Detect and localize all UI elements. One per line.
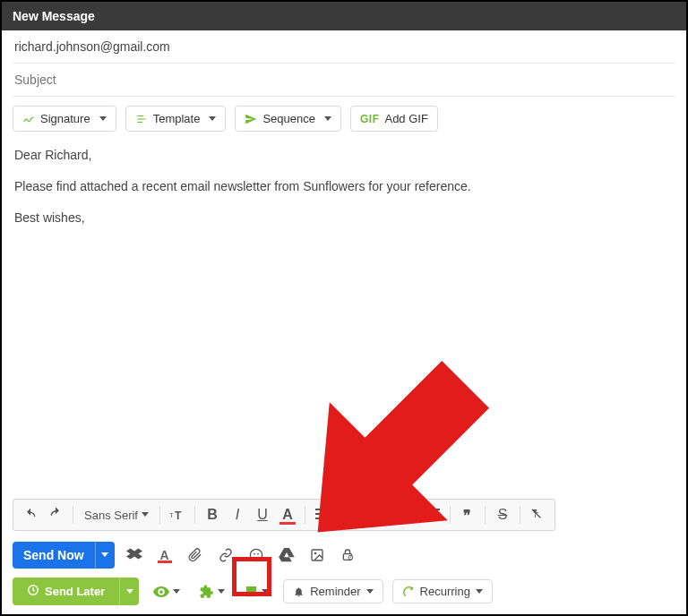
recurring-icon <box>402 586 415 598</box>
bell-icon <box>293 586 305 598</box>
svg-point-6 <box>366 514 368 517</box>
clock-icon <box>27 584 39 599</box>
svg-point-7 <box>366 518 368 521</box>
separator <box>390 506 391 524</box>
reminder-button[interactable]: Reminder <box>283 579 383 603</box>
svg-text:3: 3 <box>340 517 343 521</box>
compose-container: richard.johnson@gmail.com Signature Temp… <box>2 30 686 411</box>
body-greeting: Dear Richard, <box>14 146 674 165</box>
send-later-row: Send Later <box>13 578 675 605</box>
recurring-button[interactable]: Recurring <box>392 579 493 603</box>
chevron-down-icon <box>209 116 216 122</box>
confidential-mode-icon[interactable] <box>337 544 358 566</box>
addgif-label: Add GIF <box>384 112 427 125</box>
bullet-list-button[interactable] <box>361 503 384 526</box>
indent-more-button[interactable] <box>421 503 444 526</box>
recipients-row[interactable]: richard.johnson@gmail.com <box>13 30 675 64</box>
send-icon <box>245 113 257 125</box>
tracking-dropdown[interactable] <box>148 581 185 603</box>
send-later-split-group: Send Later <box>13 578 139 605</box>
italic-button[interactable]: I <box>226 503 249 526</box>
formatting-toolbar: Sans Serif TT B I U A 123 ❞ S T <box>13 499 555 531</box>
template-icon <box>135 113 148 125</box>
send-now-button[interactable]: Send Now <box>13 542 95 569</box>
svg-point-18 <box>159 590 163 594</box>
svg-point-10 <box>250 549 262 560</box>
template-label: Template <box>153 112 201 125</box>
subject-input[interactable] <box>14 73 674 87</box>
send-later-dropdown[interactable] <box>119 578 139 605</box>
compose-footer: Sans Serif TT B I U A 123 ❞ S T Send Now <box>4 499 684 612</box>
note-icon <box>245 585 258 598</box>
notes-dropdown[interactable] <box>239 580 274 603</box>
align-button[interactable] <box>311 503 334 526</box>
gif-icon-label: GIF <box>360 113 380 125</box>
separator <box>73 506 73 524</box>
body-closing: Best wishes, <box>14 209 674 227</box>
separator <box>305 506 305 524</box>
separator <box>159 506 160 524</box>
font-name: Sans Serif <box>84 509 138 522</box>
subject-row[interactable] <box>13 64 675 97</box>
redo-button[interactable] <box>44 503 67 526</box>
send-now-split-group: Send Now <box>13 542 115 569</box>
chevron-down-icon <box>324 116 331 122</box>
extensions-dropdown[interactable] <box>194 580 230 603</box>
separator <box>450 506 451 524</box>
sequence-label: Sequence <box>262 112 315 125</box>
insert-photo-icon[interactable] <box>306 544 328 566</box>
send-action-row: Send Now A <box>13 542 675 569</box>
clear-formatting-button[interactable]: T <box>526 503 549 526</box>
dropbox-icon[interactable] <box>124 544 145 566</box>
emoji-icon[interactable] <box>245 544 267 566</box>
separator <box>520 506 520 524</box>
link-icon[interactable] <box>215 544 236 566</box>
quote-button[interactable]: ❞ <box>456 503 479 526</box>
send-later-button[interactable]: Send Later <box>13 578 119 605</box>
sequence-button[interactable]: Sequence <box>235 106 341 132</box>
svg-point-14 <box>314 552 316 555</box>
text-color-icon[interactable]: A <box>154 544 176 566</box>
svg-rect-13 <box>312 550 322 560</box>
body-paragraph: Please find attached a recent email news… <box>14 177 674 196</box>
signature-button[interactable]: Signature <box>13 106 116 132</box>
message-body[interactable]: Dear Richard, Please find attached a rec… <box>13 142 675 411</box>
send-now-label: Send Now <box>23 548 84 562</box>
chevron-down-icon <box>99 116 107 122</box>
undo-button[interactable] <box>19 503 42 526</box>
signature-label: Signature <box>40 112 90 125</box>
template-button[interactable]: Template <box>125 106 227 132</box>
text-color-button[interactable]: A <box>276 503 299 526</box>
bold-button[interactable]: B <box>201 503 224 526</box>
numbered-list-button[interactable]: 123 <box>336 503 359 526</box>
font-select[interactable]: Sans Serif <box>79 509 154 522</box>
window-title: New Message <box>13 9 95 23</box>
separator <box>485 506 486 524</box>
separator <box>194 506 195 524</box>
svg-point-5 <box>366 509 368 512</box>
compose-top-toolbar: Signature Template Sequence GIF <box>13 97 675 142</box>
svg-text:T: T <box>169 511 174 519</box>
recurring-label: Recurring <box>420 585 470 598</box>
window-titlebar: New Message <box>2 2 686 30</box>
svg-point-11 <box>254 553 255 555</box>
send-later-label: Send Later <box>45 585 105 598</box>
svg-point-12 <box>257 553 259 555</box>
puzzle-icon <box>200 585 214 599</box>
add-gif-button[interactable]: GIF Add GIF <box>350 106 438 132</box>
insert-drive-button[interactable] <box>276 544 297 566</box>
send-now-dropdown[interactable] <box>95 542 115 569</box>
indent-less-button[interactable] <box>396 503 419 526</box>
svg-text:T: T <box>175 509 182 522</box>
underline-button[interactable]: U <box>251 503 274 526</box>
attach-icon[interactable] <box>185 544 206 566</box>
signature-icon <box>22 113 35 125</box>
reminder-label: Reminder <box>310 585 360 598</box>
strikethrough-button[interactable]: S <box>491 503 514 526</box>
to-chip[interactable]: richard.johnson@gmail.com <box>14 39 170 54</box>
eye-icon <box>153 586 169 598</box>
font-size-button[interactable]: TT <box>166 503 189 526</box>
